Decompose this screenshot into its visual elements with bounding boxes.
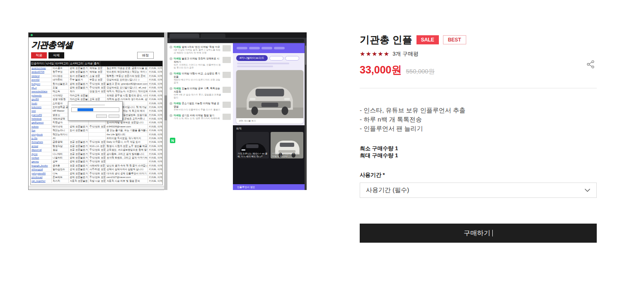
product-info-panel: 기관총 인플 SALE BEST ★★★★★ 3개 구매평 33,000원 55… (360, 33, 597, 243)
table-row: gamsy 검부 경제 전문블로거 주식/펀드 전문 키자드, 마케팅 (31, 160, 162, 163)
avatar (169, 46, 172, 49)
influencer-table-header: 인증아이디 닉네임 대카테고리 소카테고리 소개글 출처 (31, 61, 162, 66)
car-post-card: 관련 게시물 보기 (236, 70, 303, 124)
product-title: 기관총 인플 (360, 33, 412, 46)
avatar (169, 114, 172, 117)
cell-id: jo-life (31, 136, 52, 140)
cell-nickname: 메쇼둑 (52, 90, 69, 93)
car-card-caption: 스타리아 롤레인지, 우리도 '이렇게' 만나자! (272, 152, 302, 158)
cell-category-main: 아카교육 전문블로거 (69, 94, 89, 97)
cell-category-main: 전공 전문블로거 (69, 144, 89, 148)
cell-nickname: 금융왕택 (52, 140, 69, 144)
cell-source: 키자드, 마케팅 (148, 97, 162, 101)
text-line (237, 66, 273, 67)
cell-source: 키자드, 마케팅 (148, 117, 162, 120)
excel-app-statusbar (29, 186, 167, 190)
cell-id: fiye (31, 129, 52, 132)
cell-category-main: 자동차 전문블로거 (69, 179, 89, 183)
naver-result-thumbnail (223, 114, 231, 120)
cell-source: 키자드, 마케팅 (148, 156, 162, 159)
cell-nickname: 검부 (52, 160, 69, 163)
naver-result-text: 마케팅 중소기업도 가능한 마케팅 채널 운영법 유튜브/인스타 인플루언서 추… (174, 102, 221, 111)
buy-button[interactable]: 구매하기 (360, 224, 597, 243)
cell-intro: 행정사 시험과 전문 노무 정보를 제공 (106, 144, 148, 148)
cell-intro: 글 읽는 즐거움, 쓰는 기쁨을 즐겨봅니다 (106, 129, 148, 132)
cell-category-main: 경제 전문블로거 (69, 175, 89, 179)
cell-category-sub: 교육 전문 (89, 97, 106, 101)
cell-category-sub: 차량 시승 전문 (89, 179, 106, 183)
product-image-excel-app[interactable]: 기관총엑셀 적용 삭제 배정 인증아이디 닉네임 대카테고리 소카테고리 (28, 32, 167, 190)
min-quantity-label: 최소 구매수량 1 (360, 145, 597, 152)
table-header-cell: 대카테고리 (55, 61, 70, 66)
browser-address-field (170, 39, 304, 42)
cell-nickname: 알라삼언즈 (52, 168, 69, 171)
cell-intro: 안녕하세요 보디빌더입니다. all_soji (106, 86, 148, 89)
review-count-link[interactable]: 3개 구매평 (392, 50, 419, 58)
naver-result-title: 마케팅 경기도 카페 마케팅 협업 일기 (174, 114, 221, 117)
naver-result-title: 마케팅 중소기업도 가능한 마케팅 채널 운영법 (174, 102, 221, 108)
cell-id: kugugh_booko (31, 164, 52, 167)
cell-source: 키자드, 마케팅 (148, 74, 162, 78)
dialog-buttons (71, 114, 119, 118)
cell-nickname: 시대재단 (52, 94, 69, 97)
suv-photo (236, 70, 303, 118)
table-row: ideland 마다엔진 도서 전문블로거 소설 전문 행복한 / 부동산 전문… (31, 74, 162, 78)
cell-source: 키자드, 마케팅 (148, 164, 162, 167)
cell-category-sub: 주식/펀드 전문 (89, 160, 106, 163)
naver-result-body: 가게 소개, 메뉴 소개, 방문 후기까지 차곡차곡 (174, 117, 221, 120)
cell-id: car_together (31, 179, 52, 183)
cell-id: shhsngrjdl (31, 168, 52, 171)
naver-results-panel: 마케팅 업체 1위의 '연간 마케팅' 책정 이유 n곳 이상의 마케팅 설계,… (167, 43, 233, 190)
naver-result-text: 마케팅 업체 1위의 '연간 마케팅' 책정 이유 n곳 이상의 마케팅 설계,… (174, 45, 221, 54)
duration-select[interactable]: 사용기간 (필수) (360, 183, 597, 198)
cell-id: asdjud0706 (31, 70, 52, 73)
cell-nickname: 다니애리 (52, 152, 69, 156)
cell-nickname: 오딜 (52, 86, 69, 89)
max-quantity-label: 최대 구매수량 1 (360, 152, 597, 159)
chevron-down-icon (584, 188, 591, 192)
cell-source: 키자드, 마케팅 (148, 129, 162, 132)
cell-nickname: 차가치 (52, 179, 69, 183)
cell-source: 키자드, 마케팅 (148, 105, 162, 109)
table-row: dkjournal 점검 전공 전문블로거 주식/펀드 전문 교육정보, 퍼스널… (31, 148, 162, 152)
excel-app-toolbar: 적용 삭제 배정 (29, 51, 167, 61)
table-row: bullgom 한자산블로그 경제 전문블로거 주식/펀드 전문 블로그 문의:… (31, 82, 162, 86)
header-pill (249, 47, 260, 49)
cell-category-sub: 주식/펀드 전문 (89, 175, 106, 179)
product-title-row: 기관총 인플 SALE BEST (360, 33, 597, 46)
influencer-table: 인증아이디 닉네임 대카테고리 소카테고리 소개글 출처 (30, 61, 163, 185)
cell-source: 키자드, 마케팅 (148, 82, 162, 85)
cell-id: cinnybook (31, 133, 52, 136)
cell-id: jnarme89 (31, 113, 52, 117)
product-image-browser[interactable]: 마케팅 업체 1위의 '연간 마케팅' 책정 이유 n곳 이상의 마케팅 설계,… (167, 32, 307, 190)
feed-text-lines (233, 62, 307, 69)
naver-result-title-text: 경기도 카페 마케팅 협업 일기 (182, 114, 215, 117)
cell-source: 키자드, 마케팅 (148, 102, 162, 105)
original-price: 550,000원 (406, 68, 434, 76)
cell-source: 키자드, 마케팅 (148, 144, 162, 148)
assign-button: 배정 (137, 52, 154, 59)
cell-category-sub: 주식/펀드 전문 (89, 152, 106, 156)
cell-category-main: 도서 전문블로거 (69, 74, 89, 78)
cell-nickname: 다늑 (52, 172, 69, 175)
table-row: polseedu 시대재단 아카교육 전문블로거 의적은 공무원 시험 합격의 … (31, 94, 162, 97)
cell-nickname: 책읽는케이시 (52, 133, 69, 136)
buy-button-label: 구매하기 (464, 229, 490, 238)
quantity-limits: 최소 구매수량 1 최대 구매수량 1 (360, 145, 597, 159)
cell-id: gadhyseon (31, 121, 52, 124)
cell-nickname: JC (52, 136, 69, 140)
cell-intro: 행복한 / 부동산 전문가의 많은 준비 (106, 74, 148, 78)
delete-button: 삭제 (48, 52, 64, 58)
cell-intro: 도서/마케팅 링크북은 전문입니다. (106, 121, 148, 124)
hashtag-row: #카니발하이브리드 (233, 53, 307, 62)
table-row: ifczeghwis 금융왕택 전공 전문블로거 주식/펀드 전문 Daily … (31, 140, 162, 144)
naver-result-text: 마케팅 경기도 카페 마케팅 협업 일기 가게 소개, 메뉴 소개, 방문 후기… (174, 114, 221, 120)
cell-intro: 전자책 트렌드, 그리고 쉽게 이야기하고 (106, 156, 148, 159)
naver-result-body: 작은 가게에도 스며드는 바이럴, 인플루언서 협업 후기와 단가 공유 (174, 63, 221, 69)
share-button[interactable] (585, 59, 596, 70)
cell-category-sub: 주식/펀드 전문 (89, 82, 106, 85)
table-header-cell: 출처 (94, 61, 100, 66)
avatar (169, 57, 172, 60)
naver-result-body: 체험단 배포부터 인스타 업로드까지 진행 과정 공개 (174, 78, 221, 84)
cell-id: polseedu (31, 94, 52, 97)
